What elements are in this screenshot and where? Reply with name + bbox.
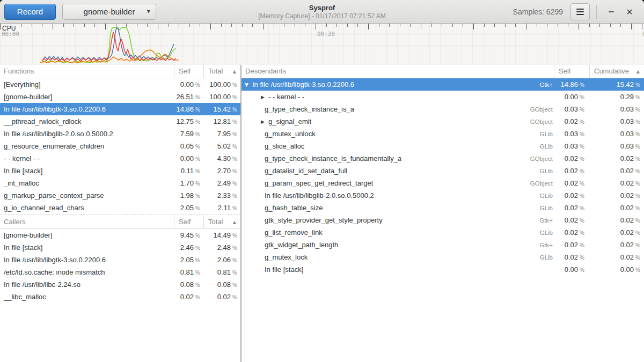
tree-row[interactable]: g_list_remove_linkGLib0.02%0.02%	[241, 226, 644, 239]
column-header-self[interactable]: Self	[554, 65, 589, 78]
function-name: __pthread_rwlock_rdlock	[0, 117, 174, 125]
percent-suffix: %	[580, 205, 584, 211]
tree-row[interactable]: g_hash_table_sizeGLib0.02%0.02%	[241, 202, 644, 214]
table-row[interactable]: - - kernel - -0.00%4.30%	[0, 152, 240, 165]
table-row[interactable]: In file /usr/lib/libglib-2.0.so.0.5000.2…	[0, 128, 240, 140]
percent-suffix: %	[580, 230, 584, 236]
library-tag: GLib	[523, 254, 554, 261]
tree-row[interactable]: In file [stack]0.00%0.00%	[241, 263, 644, 276]
total-value: 2.33%	[203, 191, 240, 200]
tree-row[interactable]: ▶g_signal_emitGObject0.02%0.03%	[241, 115, 644, 128]
function-name: g_resource_enumerate_children	[0, 142, 174, 150]
cumulative-value: 0.03%	[589, 117, 644, 125]
column-header-self[interactable]: Self	[174, 65, 203, 78]
table-row[interactable]: In file /usr/lib/libgtk-3.so.0.2200.62.0…	[0, 254, 240, 266]
functions-table: [Everything]0.00%100.00%[gnome-builder]2…	[0, 78, 240, 214]
percent-suffix: %	[580, 107, 584, 113]
triangle-right-icon[interactable]: ▶	[261, 94, 268, 100]
close-button[interactable]: ✕	[620, 3, 639, 21]
cpu-timeline[interactable]: CPU 00:00 00:30 01:00	[0, 24, 644, 64]
function-name: g_datalist_id_set_data_full	[265, 167, 347, 175]
triangle-right-icon[interactable]: ▶	[261, 119, 268, 124]
table-row[interactable]: In file [stack]0.11%2.70%	[0, 165, 240, 177]
tree-row[interactable]: gtk_style_provider_get_style_propertyGtk…	[241, 214, 644, 226]
column-header-total[interactable]: Total▲	[203, 216, 240, 228]
function-name: In file [stack]	[0, 243, 174, 252]
percent-suffix: %	[580, 255, 584, 261]
triangle-down-icon[interactable]: ▼	[245, 82, 252, 87]
total-value: 2.11%	[203, 204, 240, 212]
function-name: In file /usr/lib/libgtk-3.so.0.2200.6	[252, 80, 354, 88]
library-tag: GLib	[523, 205, 554, 211]
tree-row[interactable]: ▶- - kernel - -0.00%0.29%	[241, 91, 644, 103]
tree-row[interactable]: g_mutex_unlockGLib0.03%0.03%	[241, 128, 644, 140]
right-pane: Descendants Self Cumulative▲ ▼In file /u…	[241, 65, 644, 362]
table-row[interactable]: __pthread_rwlock_rdlock12.75%12.81%	[0, 115, 240, 128]
percent-suffix: %	[635, 107, 640, 113]
sort-up-icon: ▲	[233, 216, 236, 229]
percent-suffix: %	[635, 119, 640, 125]
table-row[interactable]: g_markup_parse_context_parse1.98%2.33%	[0, 189, 240, 202]
table-row[interactable]: [gnome-builder]9.45%14.49%	[0, 229, 240, 241]
percent-suffix: %	[232, 131, 237, 137]
table-row[interactable]: [Everything]0.00%100.00%	[0, 78, 240, 91]
percent-suffix: %	[580, 181, 584, 187]
tree-row[interactable]: In file /usr/lib/libglib-2.0.so.0.5000.2…	[241, 189, 644, 202]
page-title: Sysprof	[309, 4, 335, 12]
cumulative-value: 0.02%	[589, 228, 644, 237]
tree-row[interactable]: g_type_check_instance_is_fundamentally_a…	[241, 152, 644, 165]
tree-row-content: g_mutex_unlock	[241, 130, 523, 138]
function-name: _int_malloc	[0, 179, 174, 187]
percent-suffix: %	[580, 168, 584, 174]
cumulative-value: 0.02%	[589, 154, 644, 162]
column-header-cumulative[interactable]: Cumulative▲	[589, 65, 644, 78]
table-row[interactable]: g_io_channel_read_chars2.05%2.11%	[0, 202, 240, 214]
tree-row[interactable]: g_param_spec_get_redirect_targetGObject0…	[241, 177, 644, 189]
table-row[interactable]: _int_malloc1.70%2.49%	[0, 177, 240, 189]
table-row[interactable]: In file [stack]2.46%2.48%	[0, 241, 240, 254]
tree-row[interactable]: ▼In file /usr/lib/libgtk-3.so.0.2200.6Gt…	[241, 78, 644, 91]
cumulative-value: 0.02%	[589, 179, 644, 187]
column-header-total[interactable]: Total▲	[203, 65, 240, 78]
percent-suffix: %	[195, 294, 200, 300]
table-row[interactable]: /etc/ld.so.cache: inode mismatch0.81%0.8…	[0, 266, 240, 278]
column-header-functions[interactable]: Functions	[0, 65, 174, 78]
menu-button[interactable]	[570, 3, 590, 20]
table-row[interactable]: In file /usr/lib/libc-2.24.so0.08%0.08%	[0, 278, 240, 291]
table-row[interactable]: g_resource_enumerate_children0.05%5.02%	[0, 140, 240, 152]
process-selector[interactable]: gnome-builder ▼	[62, 4, 156, 20]
self-value: 0.02%	[554, 253, 589, 261]
table-row[interactable]: __libc_malloc0.02%0.02%	[0, 291, 240, 303]
percent-suffix: %	[580, 82, 584, 88]
tree-row[interactable]: g_datalist_id_set_data_fullGLib0.02%0.02…	[241, 165, 644, 177]
process-selector-label: gnome-builder	[84, 7, 135, 16]
percent-suffix: %	[195, 107, 200, 113]
function-name: gtk_widget_path_length	[265, 241, 338, 249]
percent-suffix: %	[195, 257, 200, 263]
self-value: 9.45%	[174, 231, 203, 239]
tree-row[interactable]: g_slice_allocGLib0.03%0.03%	[241, 140, 644, 152]
function-name: - - kernel - -	[268, 93, 304, 101]
tree-row[interactable]: g_type_check_instance_is_aGObject0.03%0.…	[241, 103, 644, 115]
percent-suffix: %	[635, 218, 640, 224]
percent-suffix: %	[232, 181, 237, 187]
minimize-button[interactable]: −	[602, 3, 620, 21]
table-row[interactable]: [gnome-builder]26.51%100.00%	[0, 91, 240, 103]
sort-up-icon: ▲	[636, 65, 640, 78]
function-name: g_list_remove_link	[265, 228, 323, 237]
function-name: In file /usr/lib/libc-2.24.so	[0, 280, 174, 289]
column-header-self[interactable]: Self	[174, 216, 203, 228]
column-header-descendants[interactable]: Descendants	[241, 65, 554, 78]
tree-row[interactable]: g_mutex_lockGLib0.02%0.02%	[241, 251, 644, 263]
tree-row-content: gtk_widget_path_length	[241, 241, 523, 249]
column-header-callers[interactable]: Callers	[0, 216, 174, 228]
table-row[interactable]: In file /usr/lib/libgtk-3.so.0.2200.614.…	[0, 103, 240, 115]
tree-row-content: g_param_spec_get_redirect_target	[241, 179, 523, 187]
record-button[interactable]: Record	[4, 4, 56, 20]
self-value: 2.05%	[174, 256, 203, 264]
percent-suffix: %	[232, 94, 237, 100]
tree-row-content: gtk_style_provider_get_style_property	[241, 216, 523, 224]
tree-row[interactable]: gtk_widget_path_lengthGtk+0.02%0.02%	[241, 239, 644, 251]
percent-suffix: %	[232, 245, 237, 251]
percent-suffix: %	[232, 257, 237, 263]
